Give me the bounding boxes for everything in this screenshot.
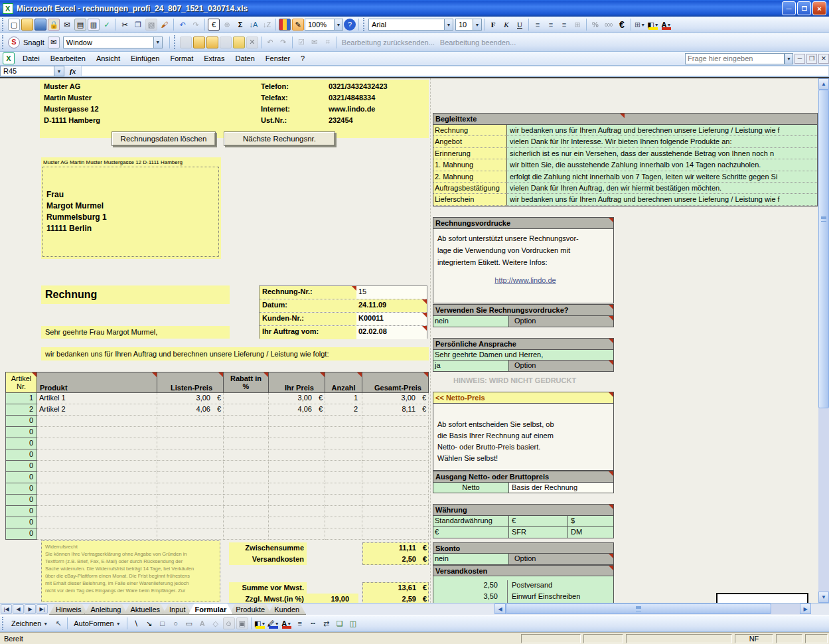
sheet-tab[interactable]: Anleitung — [84, 604, 128, 615]
cell-nr[interactable]: 0 — [5, 506, 37, 517]
email-icon[interactable]: ✉ — [61, 19, 73, 31]
question-input[interactable] — [685, 53, 785, 64]
cell-produkt[interactable] — [37, 528, 157, 540]
cell-rabatt[interactable] — [224, 449, 269, 461]
verwenden-value-cell[interactable]: nein — [433, 316, 509, 327]
cell-produkt[interactable]: Artikel 2 — [37, 404, 157, 416]
shape-font-color-icon[interactable]: A▼ — [281, 617, 293, 629]
contact-value[interactable]: 0321/4848334 — [329, 94, 388, 105]
menu-item[interactable]: Datei — [17, 53, 45, 64]
autoformen-menu[interactable]: AutoFormen▼ — [70, 618, 124, 629]
redo-icon[interactable]: ↷ — [190, 19, 202, 31]
cell-gesamt-preis[interactable]: 8,11€ — [362, 404, 429, 416]
horizontal-scrollbar[interactable]: ◀ ▶ — [494, 604, 811, 614]
cell-anzahl[interactable] — [325, 438, 362, 449]
hyperlink-icon[interactable]: ⊕ — [221, 19, 233, 31]
question-dropdown[interactable]: ▼ — [785, 53, 793, 64]
cell-gesamt-preis[interactable] — [362, 427, 429, 438]
percent-style-icon[interactable]: % — [589, 19, 601, 31]
cell-produkt[interactable] — [37, 438, 157, 449]
align-center-icon[interactable]: ≡ — [545, 19, 557, 31]
cell-ihr-preis[interactable] — [269, 416, 325, 427]
cell-anzahl[interactable] — [325, 517, 362, 528]
next-invoice-number-button[interactable]: Nächste Rechungsnr. — [224, 131, 335, 146]
review-back-button[interactable]: Bearbeitung zurücksenden... — [339, 39, 437, 46]
reply-icon[interactable] — [180, 37, 192, 48]
cell-gesamt-preis[interactable] — [362, 416, 429, 427]
currency-cell[interactable]: DM — [568, 527, 613, 538]
cell-ihr-preis[interactable] — [269, 438, 325, 449]
menu-item[interactable]: ? — [295, 53, 310, 64]
snagit-capture-icon[interactable]: ✉ — [48, 37, 60, 48]
table-row[interactable]: 0 — [5, 483, 429, 495]
drawing-toggle-icon[interactable]: ✎ — [292, 19, 304, 31]
cell-listen-preis[interactable] — [157, 427, 224, 438]
cell-rabatt[interactable] — [224, 483, 269, 495]
cell-listen-preis[interactable] — [157, 449, 224, 461]
cell-gesamt-preis[interactable] — [362, 438, 429, 449]
cell-produkt[interactable] — [37, 517, 157, 528]
zoom-select[interactable]: 100%▼ — [305, 19, 343, 31]
shape-fill-color-icon[interactable]: ◧▼ — [254, 617, 266, 629]
cell-ihr-preis[interactable] — [269, 495, 325, 506]
lindo-link[interactable]: http://www.lindo.de — [494, 276, 556, 284]
shipping-value[interactable]: 2,50€ — [363, 554, 428, 566]
cell-listen-preis[interactable] — [157, 528, 224, 540]
cell-ihr-preis[interactable] — [269, 483, 325, 495]
menu-item[interactable]: Extras — [198, 53, 230, 64]
cell-nr[interactable]: 0 — [5, 427, 37, 438]
align-right-icon[interactable]: ≡ — [558, 19, 570, 31]
vertical-scrollbar[interactable]: ▲ ▼ — [818, 78, 829, 603]
begleittext-text[interactable]: erfolgt die Zahlung nicht innerhalb von … — [507, 171, 817, 183]
sheet-tab[interactable]: Produkte — [229, 604, 271, 615]
new-file-icon[interactable]: ▢ — [8, 19, 20, 31]
name-box-dropdown[interactable]: ▼ — [54, 66, 64, 76]
sort-asc-icon[interactable]: ↓A — [248, 19, 260, 31]
toolbar-grip[interactable] — [2, 35, 5, 50]
help-icon[interactable]: ? — [344, 19, 356, 31]
rectangle-tool-icon[interactable]: □ — [157, 617, 169, 629]
workbook-restore-button[interactable]: ❒ — [806, 54, 817, 64]
begleittext-row[interactable]: Angebot vielen Dank für Ihr Interesse. W… — [433, 136, 817, 147]
cell-rabatt[interactable] — [224, 528, 269, 540]
paste-icon[interactable]: ▧ — [145, 19, 157, 31]
bold-button[interactable]: F — [487, 19, 499, 31]
table-row[interactable]: 0 — [5, 472, 429, 483]
table-row[interactable]: 0 — [5, 495, 429, 506]
minimize-button[interactable]: ─ — [782, 1, 796, 15]
formula-input[interactable] — [81, 66, 829, 76]
cell-nr[interactable]: 0 — [5, 495, 37, 506]
cell-ihr-preis[interactable]: 3,00€ — [269, 393, 325, 404]
thousands-style-icon[interactable]: 000 — [603, 19, 615, 31]
align-left-icon[interactable]: ≡ — [532, 19, 544, 31]
ansprache-value-cell[interactable]: Sehr geehrte Damen und Herren, — [433, 350, 614, 361]
close-button[interactable]: × — [812, 1, 826, 15]
cell-gesamt-preis[interactable] — [362, 449, 429, 461]
folder-save-icon[interactable] — [206, 37, 218, 48]
cell-listen-preis[interactable] — [157, 506, 224, 517]
begleittext-label[interactable]: Lieferschein — [433, 194, 507, 205]
begleittext-row[interactable]: Erinnerung sicherlich ist es nur ein Ver… — [433, 148, 817, 159]
underline-button[interactable]: U — [514, 19, 526, 31]
cell-produkt[interactable] — [37, 472, 157, 483]
begleittext-row[interactable]: 2. Mahnung erfolgt die Zahlung nicht inn… — [433, 171, 817, 183]
menu-item[interactable]: Fenster — [260, 53, 295, 64]
insert-picture-icon[interactable]: ▣ — [236, 617, 248, 629]
zeichnen-menu[interactable]: Zeichnen▼ — [7, 618, 52, 629]
cell-anzahl[interactable] — [325, 416, 362, 427]
cell-anzahl[interactable] — [325, 427, 362, 438]
cell-gesamt-preis[interactable] — [362, 461, 429, 472]
ausgang-desc-cell[interactable]: Basis der Rechnung — [509, 483, 613, 493]
sheet-tab[interactable]: Hinweis — [49, 604, 88, 615]
begleittext-text[interactable]: wir bedanken uns für Ihren Auftrag und b… — [507, 125, 817, 136]
ausgang-value-cell[interactable]: Netto — [433, 483, 509, 493]
begleittext-label[interactable]: 2. Mahnung — [433, 171, 507, 183]
cell-nr[interactable]: 0 — [5, 472, 37, 483]
threed-style-icon[interactable]: ◫ — [347, 617, 359, 629]
cell-listen-preis[interactable] — [157, 461, 224, 472]
table-row[interactable]: 0 — [5, 427, 429, 438]
tab-next-icon[interactable]: ▶ — [25, 604, 36, 614]
format-painter-icon[interactable]: 🖌 — [159, 19, 171, 31]
cell-nr[interactable]: 0 — [5, 461, 37, 472]
cell-rabatt[interactable] — [224, 404, 269, 416]
